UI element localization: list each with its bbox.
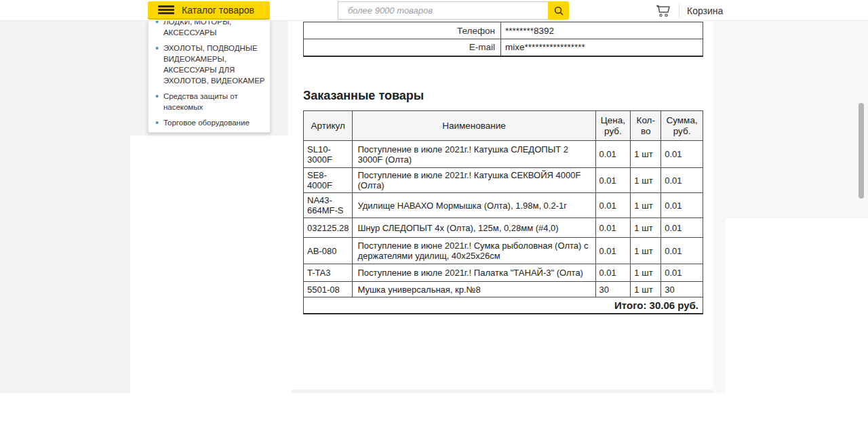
page: • ЛОДКИ, МОТОРЫ, АКСЕССУАРЫ • ЭХОЛОТЫ, П… [0, 0, 868, 435]
cell-name: Поступление в июле 2021г.! Палатка "ТАНА… [353, 264, 595, 282]
cell-article: NA43-664MF-S [304, 193, 353, 218]
cell-sum: 0.01 [661, 168, 703, 193]
cell-qty: 1 шт [631, 193, 661, 218]
sidebar-item-insect-protection[interactable]: • Средства защиты от насекомых [155, 91, 266, 112]
cell-price: 0.01 [595, 238, 631, 264]
cell-price: 0.01 [595, 141, 631, 168]
cell-name: Поступление в июне 2021г.! Сумка рыболов… [353, 238, 595, 264]
cell-price: 0.01 [595, 193, 631, 218]
email-label: E-mail [304, 39, 501, 56]
cart-button[interactable]: Корзина [655, 2, 723, 19]
table-total-row: Итого: 30.06 руб. [304, 297, 703, 314]
bullet-icon: • [155, 91, 159, 112]
phone-label: Телефон [304, 22, 501, 39]
cart-label: Корзина [687, 5, 723, 16]
search-icon [553, 5, 564, 16]
cell-article: 5501-08 [304, 282, 353, 297]
right-margin [713, 21, 868, 219]
table-row: Телефон ********8392 [304, 22, 703, 39]
cell-price: 30 [595, 282, 631, 297]
divider [679, 4, 679, 18]
ordered-goods-table: Артикул Наименование Цена,руб. Кол-во Су… [303, 110, 703, 314]
content-bottom-edge [292, 390, 713, 393]
cell-price: 0.01 [595, 218, 631, 238]
cell-article: 032125.28 [304, 218, 353, 238]
column-header-article: Артикул [304, 111, 353, 141]
cell-article: AB-080 [304, 238, 353, 264]
cell-price: 0.01 [595, 264, 631, 282]
column-header-price: Цена,руб. [595, 111, 631, 141]
cell-name: Удилище НАВАХО Мормышка (Олта), 1.98м, 0… [353, 193, 595, 218]
table-row: AB-080 Поступление в июне 2021г.! Сумка … [304, 238, 703, 264]
column-header-sum: Сумма,руб. [661, 111, 703, 141]
left-margin [0, 21, 130, 393]
sidebar-item-trade-equipment[interactable]: • Торговое оборудование [155, 117, 266, 128]
top-bar: Каталог товаров Корзина [0, 0, 868, 21]
bullet-icon: • [155, 117, 159, 128]
cart-icon [655, 3, 673, 18]
catalog-sidebar: • ЛОДКИ, МОТОРЫ, АКСЕССУАРЫ • ЭХОЛОТЫ, П… [148, 21, 271, 133]
phone-value: ********8392 [501, 22, 703, 39]
catalog-button[interactable]: Каталог товаров [148, 1, 270, 20]
catalog-button-label: Каталог товаров [174, 5, 270, 16]
table-row: SL10-3000F Поступление в июле 2021г.! Ка… [304, 141, 703, 168]
table-row: 032125.28 Шнур СЛЕДОПЫТ 4х (Олта), 125м,… [304, 218, 703, 238]
table-row: T-TA3 Поступление в июле 2021г.! Палатка… [304, 264, 703, 282]
table-header-row: Артикул Наименование Цена,руб. Кол-во Су… [304, 111, 703, 141]
sidebar-item-label: ЛОДКИ, МОТОРЫ, АКСЕССУАРЫ [163, 21, 266, 38]
sidebar-item-echo-sounders[interactable]: • ЭХОЛОТЫ, ПОДВОДНЫЕ ВИДЕОКАМЕРЫ, АКСЕСС… [155, 43, 266, 86]
search-input[interactable] [338, 1, 548, 20]
cell-sum: 0.01 [661, 141, 703, 168]
cell-name: Поступление в июле 2021г.! Катушка СЛЕДО… [353, 141, 595, 168]
table-row: SE8-4000F Поступление в июле 2021г.! Кат… [304, 168, 703, 193]
column-header-qty: Кол-во [631, 111, 661, 141]
sidebar-item-boats-motors[interactable]: • ЛОДКИ, МОТОРЫ, АКСЕССУАРЫ [155, 21, 266, 38]
cell-sum: 0.01 [661, 264, 703, 282]
sidebar-item-label: Средства защиты от насекомых [163, 91, 266, 112]
page-title: Заказанные товары [303, 89, 424, 103]
cell-name: Мушка универсальная, кр.№8 [353, 282, 595, 297]
hamburger-icon [158, 4, 174, 16]
sidebar-item-label: Торговое оборудование [163, 117, 250, 128]
table-row: 5501-08 Мушка универсальная, кр.№8 30 1 … [304, 282, 703, 297]
cell-sum: 0.01 [661, 218, 703, 238]
cell-article: T-TA3 [304, 264, 353, 282]
cell-name: Шнур СЛЕДОПЫТ 4х (Олта), 125м, 0,28мм (#… [353, 218, 595, 238]
order-total: Итого: 30.06 руб. [304, 297, 703, 314]
search-button[interactable] [548, 1, 569, 20]
cell-qty: 1 шт [631, 218, 661, 238]
contact-info-table: Телефон ********8392 E-mail mixe********… [303, 22, 703, 57]
cell-sum: 0.01 [661, 238, 703, 264]
cell-article: SE8-4000F [304, 168, 353, 193]
column-header-name: Наименование [353, 111, 595, 141]
cell-qty: 1 шт [631, 238, 661, 264]
cell-name: Поступление в июле 2021г.! Катушка СЕКВО… [353, 168, 595, 193]
cell-price: 0.01 [595, 168, 631, 193]
cell-qty: 1 шт [631, 264, 661, 282]
email-value: mixe***************** [501, 39, 703, 56]
category-list: • ЛОДКИ, МОТОРЫ, АКСЕССУАРЫ • ЭХОЛОТЫ, П… [149, 21, 270, 128]
sidebar-item-label: ЭХОЛОТЫ, ПОДВОДНЫЕ ВИДЕОКАМЕРЫ, АКСЕССУА… [163, 43, 266, 86]
right-margin-strip [713, 219, 726, 393]
cell-sum: 0.01 [661, 193, 703, 218]
cell-article: SL10-3000F [304, 141, 353, 168]
bullet-icon: • [155, 21, 159, 38]
table-row: E-mail mixe***************** [304, 39, 703, 56]
cell-qty: 1 шт [631, 168, 661, 193]
bullet-icon: • [155, 43, 159, 86]
cell-qty: 1 шт [631, 141, 661, 168]
cell-qty: 1 шт [631, 282, 661, 297]
scrollbar-thumb[interactable] [859, 103, 864, 199]
cell-sum: 30 [661, 282, 703, 297]
table-row: NA43-664MF-S Удилище НАВАХО Мормышка (Ол… [304, 193, 703, 218]
